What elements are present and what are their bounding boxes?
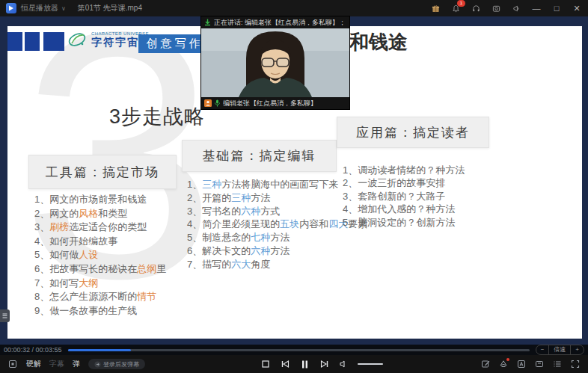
screenshot-button[interactable] xyxy=(491,3,501,13)
gift-icon xyxy=(432,4,440,13)
circle-arrow-icon xyxy=(94,361,101,368)
outline-item: 8、怎么产生源源不断的情节 xyxy=(34,290,166,304)
person-icon xyxy=(204,99,212,107)
fullscreen-button[interactable] xyxy=(570,359,581,369)
strategy-heading: 3步走战略 xyxy=(109,103,205,130)
globe-swirl-icon xyxy=(66,28,88,51)
titlebar: 恒星播放器 ∨ 第01节 先导课.mp4 1 — □ ✕ xyxy=(0,0,588,16)
speed-label[interactable]: 倍速 xyxy=(548,345,571,354)
outline-item: 7、如何写大纲 xyxy=(34,277,166,291)
notification-badge: 1 xyxy=(457,0,465,7)
close-button[interactable]: ✕ xyxy=(572,4,582,13)
archive-button[interactable] xyxy=(534,359,545,369)
presenter-name: 编辑老张【红点易消，多私聊】 xyxy=(223,99,317,108)
outline-item: 6、把故事写长的秘诀在总纲里 xyxy=(34,262,166,277)
volume-button[interactable] xyxy=(338,359,349,369)
outline-item: 7、描写的六大角度 xyxy=(187,258,367,271)
subtitle-toggle[interactable]: 字幕 xyxy=(49,359,64,369)
share-button[interactable] xyxy=(498,359,509,369)
capture-icon xyxy=(492,4,500,13)
tools-outline-list: 1、网文的市场前景和钱途2、网文的风格和类型3、刷榜选定适合你的类型4、如何开始… xyxy=(34,193,166,318)
presenter-portrait xyxy=(201,28,349,97)
outline-item: 4、简介里必须呈现的五块内容和四大要素 xyxy=(187,218,367,231)
webcam-header: 正在讲话: 编辑老张【红点易消，多私聊】； xyxy=(201,16,349,28)
maximize-button[interactable]: □ xyxy=(551,4,562,13)
webcam-video xyxy=(201,28,349,97)
time-display: 00:00:32 / 00:03:55 xyxy=(4,346,62,354)
danmaku-toggle[interactable]: 弹 xyxy=(73,359,80,369)
next-button[interactable] xyxy=(319,359,329,369)
note-edit-icon xyxy=(481,360,490,369)
webcam-footer: 编辑老张【红点易消，多私聊】 xyxy=(201,97,349,109)
outline-item: 4、增加代入感的？种方法 xyxy=(343,203,465,215)
pause-icon xyxy=(301,360,308,369)
login-pill-label: 登录后发弹幕 xyxy=(103,360,139,369)
outline-item: 1、网文的市场前景和钱途 xyxy=(34,193,166,207)
fullscreen-icon xyxy=(571,360,580,369)
outline-item: 4、如何开始编故事 xyxy=(34,235,166,249)
basics-outline-list: 1、三种方法将脑海中的画面写下来2、开篇的三种方法3、写书名的六种方式4、简介里… xyxy=(187,178,367,271)
outline-item: 3、套路创新的？大路子 xyxy=(343,190,465,203)
outline-item: 6、解决卡文的六种方法 xyxy=(187,244,367,258)
video-area[interactable]: 3 CHARACTER UNIVERSE 字符宇宙 创意写作 和钱途 3步走战略… xyxy=(0,16,588,345)
brand-logo: CHARACTER UNIVERSE 字符宇宙 xyxy=(66,28,149,51)
feedback-button[interactable] xyxy=(511,3,521,13)
section-title-basics: 基础篇：搞定编辑 xyxy=(182,140,337,172)
deco-bar xyxy=(43,32,64,51)
application-outline-list: 1、调动读者情绪的？种方法2、一波三折的故事安排3、套路创新的？大路子4、增加代… xyxy=(343,164,465,229)
sidebar-toggle[interactable] xyxy=(0,309,10,322)
outline-item: 1、调动读者情绪的？种方法 xyxy=(343,164,465,176)
outline-item: 9、做一条故事的生产线 xyxy=(34,304,166,318)
share-alert-dot xyxy=(506,358,509,361)
app-name: 恒星播放器 xyxy=(21,3,58,13)
current-filename: 第01节 先导课.mp4 xyxy=(78,3,142,13)
minimize-button[interactable]: — xyxy=(531,4,542,13)
support-button[interactable] xyxy=(471,3,481,13)
danmaku-login-pill[interactable]: 登录后发弹幕 xyxy=(88,359,145,369)
archive-icon xyxy=(535,360,544,369)
megaphone-icon xyxy=(512,4,521,13)
speed-control: − 倍速 + xyxy=(536,345,584,355)
seek-bar[interactable] xyxy=(68,349,530,351)
audio-track-button[interactable] xyxy=(516,359,527,369)
volume-slider[interactable] xyxy=(358,363,383,365)
playlist-icon xyxy=(8,360,17,369)
note-button[interactable] xyxy=(480,359,491,369)
deco-bar xyxy=(25,32,40,51)
webcam-overlay[interactable]: 正在讲话: 编辑老张【红点易消，多私聊】； xyxy=(201,16,349,109)
outline-item: 2、开篇的三种方法 xyxy=(187,191,367,205)
outline-item: 5、脑洞设定的？创新方法 xyxy=(343,216,465,229)
pause-button[interactable] xyxy=(299,359,310,369)
outline-item: 1、三种方法将脑海中的画面写下来 xyxy=(187,178,367,191)
microphone-icon xyxy=(214,99,221,107)
gift-button[interactable] xyxy=(430,3,441,13)
app-logo-icon xyxy=(6,3,16,13)
queue-button[interactable] xyxy=(552,359,563,369)
section-title-application: 应用篇：搞定读者 xyxy=(337,117,489,148)
seek-fill xyxy=(68,349,132,351)
a-box-icon xyxy=(517,360,526,369)
headset-icon xyxy=(472,4,480,13)
partial-heading: 和钱途 xyxy=(349,29,408,55)
course-banner: 创意写作 xyxy=(138,34,211,53)
previous-icon xyxy=(281,360,290,368)
outline-item: 5、如何做人设 xyxy=(34,248,166,262)
stop-button[interactable] xyxy=(260,359,271,369)
player-window: 恒星播放器 ∨ 第01节 先导课.mp4 1 — □ ✕ xyxy=(0,0,588,373)
speaking-arrow-icon xyxy=(204,19,211,26)
outline-item: 5、制造悬念的七种方法 xyxy=(187,231,367,244)
speed-increase-button[interactable]: + xyxy=(571,345,584,354)
playlist-button[interactable] xyxy=(7,359,18,369)
volume-icon xyxy=(340,360,348,368)
outline-item: 3、写书名的六种方式 xyxy=(187,205,367,218)
notifications-button[interactable]: 1 xyxy=(450,3,461,13)
speed-decrease-button[interactable]: − xyxy=(536,345,549,354)
chevron-down-icon[interactable]: ∨ xyxy=(61,5,66,12)
stop-icon xyxy=(262,360,269,368)
previous-button[interactable] xyxy=(280,359,290,369)
deco-bar xyxy=(7,32,22,51)
next-icon xyxy=(320,360,328,368)
speaking-label: 正在讲话: 编辑老张【红点易消，多私聊】； xyxy=(214,18,346,28)
outline-item: 2、一波三折的故事安排 xyxy=(343,176,465,189)
hw-decode-toggle[interactable]: 硬解 xyxy=(26,359,41,369)
